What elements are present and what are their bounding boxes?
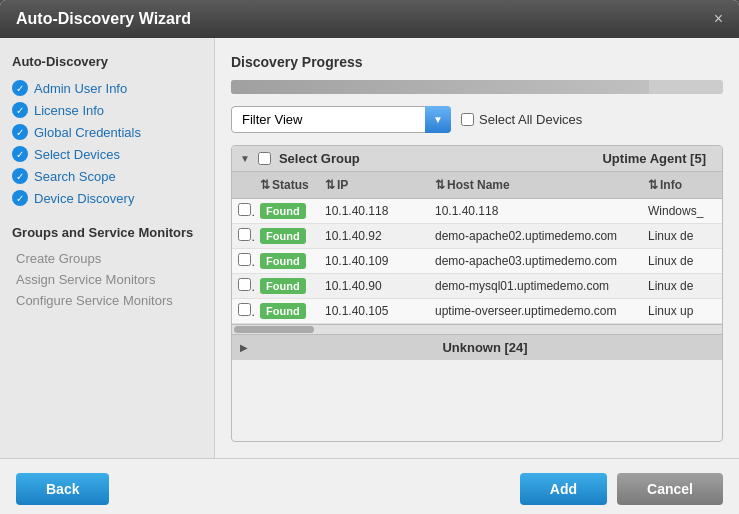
sidebar-groups-title: Groups and Service Monitors <box>12 225 202 240</box>
sort-icon-host: ⇅ <box>435 178 445 192</box>
col-checkbox <box>232 176 254 194</box>
dialog-title: Auto-Discovery Wizard <box>16 10 191 28</box>
row-checkbox[interactable] <box>238 278 251 291</box>
row-checkbox-cell[interactable] <box>232 299 254 323</box>
table-row[interactable]: Found 10.1.40.109 demo-apache03.uptimede… <box>232 249 722 274</box>
group-label: Select Group <box>279 151 595 166</box>
row-info: Windows_ <box>642 200 722 222</box>
row-ip: 10.1.40.109 <box>319 250 429 272</box>
check-icon: ✓ <box>12 146 28 162</box>
select-all-label[interactable]: Select All Devices <box>461 112 582 127</box>
row-status: Found <box>254 274 319 298</box>
row-checkbox[interactable] <box>238 228 251 241</box>
sidebar: Auto-Discovery ✓ Admin User Info ✓ Licen… <box>0 38 215 458</box>
row-ip: 10.1.40.92 <box>319 225 429 247</box>
sidebar-label-global-credentials: Global Credentials <box>34 125 141 140</box>
sidebar-item-admin-user-info[interactable]: ✓ Admin User Info <box>12 77 202 99</box>
row-hostname: uptime-overseer.uptimedemo.com <box>429 300 642 322</box>
sidebar-label-admin-user-info: Admin User Info <box>34 81 127 96</box>
row-checkbox[interactable] <box>238 203 251 216</box>
filter-select[interactable]: Filter View <box>231 106 451 133</box>
row-checkbox[interactable] <box>238 253 251 266</box>
row-checkbox-cell[interactable] <box>232 274 254 298</box>
unknown-expand-icon[interactable]: ▶ <box>240 342 248 353</box>
content-area: Auto-Discovery ✓ Admin User Info ✓ Licen… <box>0 38 739 458</box>
footer-right-actions: Add Cancel <box>520 473 723 505</box>
table-body: Found 10.1.40.118 10.1.40.118 Windows_ F… <box>232 199 722 324</box>
scrollbar-track[interactable] <box>232 324 722 334</box>
status-badge: Found <box>260 228 306 244</box>
col-info-label: Info <box>660 178 682 192</box>
sidebar-item-license-info[interactable]: ✓ License Info <box>12 99 202 121</box>
col-status[interactable]: ⇅ Status <box>254 176 319 194</box>
progress-bar-fill <box>231 80 649 94</box>
sidebar-label-select-devices: Select Devices <box>34 147 120 162</box>
row-hostname: demo-apache02.uptimedemo.com <box>429 225 642 247</box>
close-button[interactable]: × <box>714 11 723 27</box>
sort-icon: ⇅ <box>260 178 270 192</box>
check-icon: ✓ <box>12 190 28 206</box>
sidebar-item-select-devices[interactable]: ✓ Select Devices <box>12 143 202 165</box>
table-header: ⇅ Status ⇅ IP ⇅ Host Name ⇅ Info <box>232 172 722 199</box>
row-checkbox[interactable] <box>238 303 251 316</box>
row-ip: 10.1.40.105 <box>319 300 429 322</box>
table-row[interactable]: Found 10.1.40.118 10.1.40.118 Windows_ <box>232 199 722 224</box>
group-select-checkbox[interactable] <box>258 152 271 165</box>
sidebar-sub-configure-service-monitors: Configure Service Monitors <box>12 290 202 311</box>
row-status: Found <box>254 224 319 248</box>
sidebar-item-global-credentials[interactable]: ✓ Global Credentials <box>12 121 202 143</box>
title-bar: Auto-Discovery Wizard × <box>0 0 739 38</box>
check-icon: ✓ <box>12 124 28 140</box>
agent-label: Uptime Agent [5] <box>602 151 706 166</box>
row-ip: 10.1.40.118 <box>319 200 429 222</box>
back-button[interactable]: Back <box>16 473 109 505</box>
table-row[interactable]: Found 10.1.40.90 demo-mysql01.uptimedemo… <box>232 274 722 299</box>
unknown-row[interactable]: ▶ Unknown [24] <box>232 334 722 360</box>
progress-bar-track <box>231 80 723 94</box>
col-ip-label: IP <box>337 178 348 192</box>
status-badge: Found <box>260 278 306 294</box>
select-all-text: Select All Devices <box>479 112 582 127</box>
filter-select-wrap: Filter View ▼ <box>231 106 451 133</box>
sidebar-label-search-scope: Search Scope <box>34 169 116 184</box>
auto-discovery-dialog: Auto-Discovery Wizard × Auto-Discovery ✓… <box>0 0 739 514</box>
group-header: ▼ Select Group Uptime Agent [5] <box>232 146 722 172</box>
check-icon: ✓ <box>12 80 28 96</box>
col-info[interactable]: ⇅ Info <box>642 176 722 194</box>
section-title: Discovery Progress <box>231 54 723 70</box>
sidebar-item-device-discovery[interactable]: ✓ Device Discovery <box>12 187 202 209</box>
table-row[interactable]: Found 10.1.40.92 demo-apache02.uptimedem… <box>232 224 722 249</box>
col-status-label: Status <box>272 178 309 192</box>
check-icon: ✓ <box>12 168 28 184</box>
select-all-checkbox[interactable] <box>461 113 474 126</box>
filter-row: Filter View ▼ Select All Devices <box>231 106 723 133</box>
add-button[interactable]: Add <box>520 473 607 505</box>
cancel-button[interactable]: Cancel <box>617 473 723 505</box>
row-info: Linux de <box>642 225 722 247</box>
sidebar-label-license-info: License Info <box>34 103 104 118</box>
table-row[interactable]: Found 10.1.40.105 uptime-overseer.uptime… <box>232 299 722 324</box>
row-checkbox-cell[interactable] <box>232 199 254 223</box>
sidebar-item-search-scope[interactable]: ✓ Search Scope <box>12 165 202 187</box>
col-ip[interactable]: ⇅ IP <box>319 176 429 194</box>
status-badge: Found <box>260 253 306 269</box>
sidebar-section-title: Auto-Discovery <box>12 54 202 69</box>
row-info: Linux de <box>642 275 722 297</box>
row-checkbox-cell[interactable] <box>232 249 254 273</box>
row-status: Found <box>254 249 319 273</box>
discovery-table: ▼ Select Group Uptime Agent [5] ⇅ Status… <box>231 145 723 442</box>
row-checkbox-cell[interactable] <box>232 224 254 248</box>
sort-icon-ip: ⇅ <box>325 178 335 192</box>
status-badge: Found <box>260 203 306 219</box>
row-hostname: demo-mysql01.uptimedemo.com <box>429 275 642 297</box>
row-info: Linux up <box>642 300 722 322</box>
main-panel: Discovery Progress Filter View ▼ Select … <box>215 38 739 458</box>
status-badge: Found <box>260 303 306 319</box>
group-expand-icon[interactable]: ▼ <box>240 153 250 164</box>
scrollbar-thumb[interactable] <box>234 326 314 333</box>
row-hostname: 10.1.40.118 <box>429 200 642 222</box>
col-hostname[interactable]: ⇅ Host Name <box>429 176 642 194</box>
sidebar-sub-create-groups: Create Groups <box>12 248 202 269</box>
col-hostname-label: Host Name <box>447 178 510 192</box>
sidebar-label-device-discovery: Device Discovery <box>34 191 134 206</box>
